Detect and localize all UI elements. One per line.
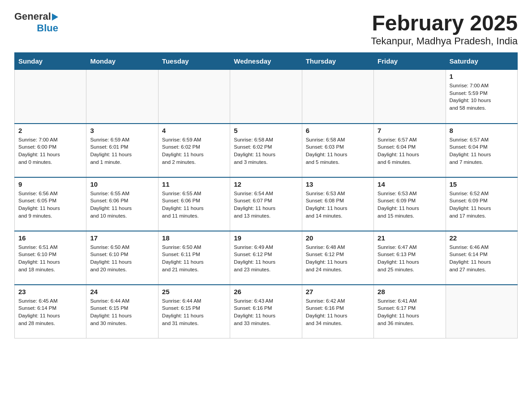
calendar-cell: 15Sunrise: 6:52 AM Sunset: 6:09 PM Dayli…: [446, 177, 517, 231]
day-info: Sunrise: 6:49 AM Sunset: 6:12 PM Dayligh…: [234, 244, 298, 274]
day-info: Sunrise: 6:55 AM Sunset: 6:06 PM Dayligh…: [162, 190, 226, 220]
day-number: 11: [162, 180, 226, 188]
day-number: 1: [450, 73, 514, 80]
day-number: 13: [306, 180, 370, 188]
calendar-cell: [302, 70, 373, 124]
calendar-cell: 20Sunrise: 6:48 AM Sunset: 6:12 PM Dayli…: [302, 231, 373, 285]
day-info: Sunrise: 6:43 AM Sunset: 6:16 PM Dayligh…: [234, 297, 298, 327]
day-number: 23: [18, 288, 82, 295]
day-info: Sunrise: 6:41 AM Sunset: 6:17 PM Dayligh…: [378, 297, 442, 327]
calendar-cell: 22Sunrise: 6:46 AM Sunset: 6:14 PM Dayli…: [446, 231, 517, 285]
day-info: Sunrise: 6:58 AM Sunset: 6:02 PM Dayligh…: [234, 136, 298, 166]
day-info: Sunrise: 6:57 AM Sunset: 6:04 PM Dayligh…: [450, 136, 514, 166]
calendar-cell: 6Sunrise: 6:58 AM Sunset: 6:03 PM Daylig…: [302, 124, 373, 177]
calendar-cell: 26Sunrise: 6:43 AM Sunset: 6:16 PM Dayli…: [230, 285, 302, 338]
day-number: 21: [378, 234, 442, 242]
day-info: Sunrise: 6:57 AM Sunset: 6:04 PM Dayligh…: [378, 136, 442, 166]
day-number: 4: [162, 127, 226, 134]
calendar-cell: 14Sunrise: 6:53 AM Sunset: 6:09 PM Dayli…: [374, 177, 446, 231]
weekday-header: Tuesday: [158, 53, 230, 70]
calendar-cell: 16Sunrise: 6:51 AM Sunset: 6:10 PM Dayli…: [15, 231, 86, 285]
weekday-header: Thursday: [302, 53, 373, 70]
calendar-cell: 1Sunrise: 7:00 AM Sunset: 5:59 PM Daylig…: [446, 70, 517, 124]
logo: General Blue: [14, 11, 58, 34]
day-info: Sunrise: 6:54 AM Sunset: 6:07 PM Dayligh…: [234, 190, 298, 220]
day-number: 25: [162, 288, 226, 295]
calendar-cell: 18Sunrise: 6:50 AM Sunset: 6:11 PM Dayli…: [158, 231, 230, 285]
day-number: 7: [378, 127, 442, 134]
calendar-cell: 17Sunrise: 6:50 AM Sunset: 6:10 PM Dayli…: [86, 231, 158, 285]
calendar-week-row: 2Sunrise: 7:00 AM Sunset: 6:00 PM Daylig…: [15, 124, 518, 177]
weekday-header: Monday: [86, 53, 158, 70]
day-number: 9: [18, 180, 82, 188]
day-info: Sunrise: 6:42 AM Sunset: 6:16 PM Dayligh…: [306, 297, 370, 327]
logo-general-text: General: [14, 11, 51, 22]
calendar-week-row: 16Sunrise: 6:51 AM Sunset: 6:10 PM Dayli…: [15, 231, 518, 285]
calendar-cell: 7Sunrise: 6:57 AM Sunset: 6:04 PM Daylig…: [374, 124, 446, 177]
calendar-cell: 11Sunrise: 6:55 AM Sunset: 6:06 PM Dayli…: [158, 177, 230, 231]
day-number: 6: [306, 127, 370, 134]
day-number: 20: [306, 234, 370, 242]
calendar-header-row: SundayMondayTuesdayWednesdayThursdayFrid…: [15, 53, 518, 70]
calendar-cell: [15, 70, 86, 124]
calendar-cell: 21Sunrise: 6:47 AM Sunset: 6:13 PM Dayli…: [374, 231, 446, 285]
day-info: Sunrise: 6:48 AM Sunset: 6:12 PM Dayligh…: [306, 244, 370, 274]
day-number: 22: [450, 234, 514, 242]
day-info: Sunrise: 7:00 AM Sunset: 5:59 PM Dayligh…: [450, 82, 514, 112]
day-number: 3: [90, 127, 154, 134]
day-info: Sunrise: 6:52 AM Sunset: 6:09 PM Dayligh…: [450, 190, 514, 220]
day-info: Sunrise: 6:56 AM Sunset: 6:05 PM Dayligh…: [18, 190, 82, 220]
calendar-cell: 24Sunrise: 6:44 AM Sunset: 6:15 PM Dayli…: [86, 285, 158, 338]
day-number: 15: [450, 180, 514, 188]
calendar-cell: 9Sunrise: 6:56 AM Sunset: 6:05 PM Daylig…: [15, 177, 86, 231]
calendar-cell: [158, 70, 230, 124]
calendar-cell: 19Sunrise: 6:49 AM Sunset: 6:12 PM Dayli…: [230, 231, 302, 285]
calendar-cell: 8Sunrise: 6:57 AM Sunset: 6:04 PM Daylig…: [446, 124, 517, 177]
calendar-cell: 28Sunrise: 6:41 AM Sunset: 6:17 PM Dayli…: [374, 285, 446, 338]
calendar-cell: 25Sunrise: 6:44 AM Sunset: 6:15 PM Dayli…: [158, 285, 230, 338]
day-number: 10: [90, 180, 154, 188]
page-header: General Blue February 2025 Tekanpur, Mad…: [14, 11, 518, 47]
day-number: 2: [18, 127, 82, 134]
logo-icon: General Blue: [14, 11, 58, 34]
day-number: 16: [18, 234, 82, 242]
day-info: Sunrise: 6:50 AM Sunset: 6:10 PM Dayligh…: [90, 244, 154, 274]
weekday-header: Sunday: [15, 53, 86, 70]
weekday-header: Wednesday: [230, 53, 302, 70]
calendar-cell: [374, 70, 446, 124]
logo-blue-text: Blue: [37, 22, 58, 34]
day-number: 14: [378, 180, 442, 188]
day-info: Sunrise: 6:46 AM Sunset: 6:14 PM Dayligh…: [450, 244, 514, 274]
calendar-cell: [446, 285, 517, 338]
day-info: Sunrise: 6:50 AM Sunset: 6:11 PM Dayligh…: [162, 244, 226, 274]
day-info: Sunrise: 6:47 AM Sunset: 6:13 PM Dayligh…: [378, 244, 442, 274]
day-info: Sunrise: 6:44 AM Sunset: 6:15 PM Dayligh…: [162, 297, 226, 327]
calendar-week-row: 1Sunrise: 7:00 AM Sunset: 5:59 PM Daylig…: [15, 70, 518, 124]
day-number: 12: [234, 180, 298, 188]
day-info: Sunrise: 6:45 AM Sunset: 6:14 PM Dayligh…: [18, 297, 82, 327]
calendar-cell: 12Sunrise: 6:54 AM Sunset: 6:07 PM Dayli…: [230, 177, 302, 231]
calendar-table: SundayMondayTuesdayWednesdayThursdayFrid…: [14, 52, 518, 338]
day-info: Sunrise: 6:59 AM Sunset: 6:01 PM Dayligh…: [90, 136, 154, 166]
calendar-cell: 13Sunrise: 6:53 AM Sunset: 6:08 PM Dayli…: [302, 177, 373, 231]
calendar-cell: 3Sunrise: 6:59 AM Sunset: 6:01 PM Daylig…: [86, 124, 158, 177]
day-number: 8: [450, 127, 514, 134]
calendar-week-row: 9Sunrise: 6:56 AM Sunset: 6:05 PM Daylig…: [15, 177, 518, 231]
day-info: Sunrise: 7:00 AM Sunset: 6:00 PM Dayligh…: [18, 136, 82, 166]
calendar-cell: 5Sunrise: 6:58 AM Sunset: 6:02 PM Daylig…: [230, 124, 302, 177]
weekday-header: Saturday: [446, 53, 517, 70]
calendar-cell: [86, 70, 158, 124]
calendar-cell: 2Sunrise: 7:00 AM Sunset: 6:00 PM Daylig…: [15, 124, 86, 177]
calendar-cell: 4Sunrise: 6:59 AM Sunset: 6:02 PM Daylig…: [158, 124, 230, 177]
day-info: Sunrise: 6:51 AM Sunset: 6:10 PM Dayligh…: [18, 244, 82, 274]
day-info: Sunrise: 6:58 AM Sunset: 6:03 PM Dayligh…: [306, 136, 370, 166]
calendar-cell: 23Sunrise: 6:45 AM Sunset: 6:14 PM Dayli…: [15, 285, 86, 338]
page-subtitle: Tekanpur, Madhya Pradesh, India: [371, 35, 518, 47]
page-title: February 2025: [371, 11, 518, 35]
calendar-cell: 27Sunrise: 6:42 AM Sunset: 6:16 PM Dayli…: [302, 285, 373, 338]
day-number: 24: [90, 288, 154, 295]
title-block: February 2025 Tekanpur, Madhya Pradesh, …: [371, 11, 518, 47]
day-number: 5: [234, 127, 298, 134]
calendar-week-row: 23Sunrise: 6:45 AM Sunset: 6:14 PM Dayli…: [15, 285, 518, 338]
day-number: 18: [162, 234, 226, 242]
